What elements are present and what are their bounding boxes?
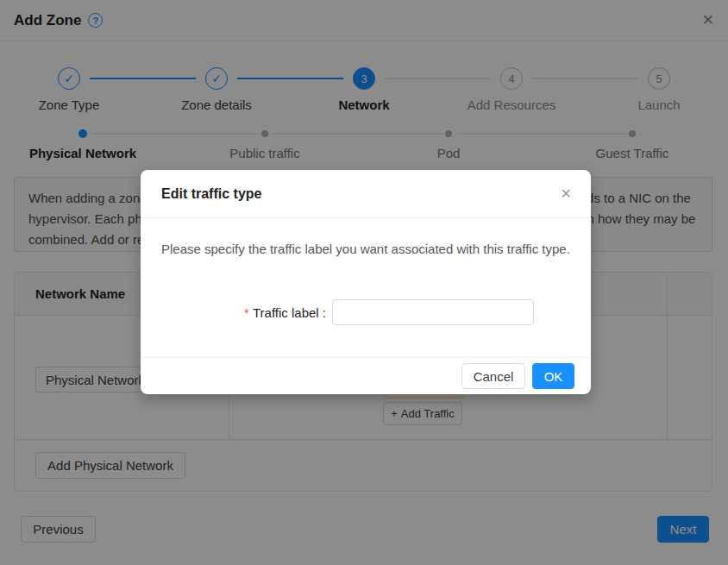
required-asterisk: *: [244, 305, 249, 320]
modal-description: Please specify the traffic label you wan…: [161, 239, 570, 260]
ok-button[interactable]: OK: [532, 363, 574, 389]
modal-title: Edit traffic type: [161, 186, 261, 202]
edit-traffic-type-modal: Edit traffic type ✕ Please specify the t…: [141, 170, 591, 394]
modal-footer: Cancel OK: [141, 357, 591, 394]
modal-header: Edit traffic type: [141, 170, 591, 218]
traffic-label-field-label: * Traffic label :: [161, 299, 326, 325]
traffic-label-text: Traffic label :: [253, 305, 326, 320]
cancel-button[interactable]: Cancel: [461, 363, 525, 389]
traffic-label-input[interactable]: [332, 299, 534, 325]
add-zone-wizard-window: Add Zone ? ✕ ✓ ✓ 3 4 5 Zone Type Zone de…: [0, 0, 728, 565]
modal-close-icon[interactable]: ✕: [561, 187, 572, 201]
